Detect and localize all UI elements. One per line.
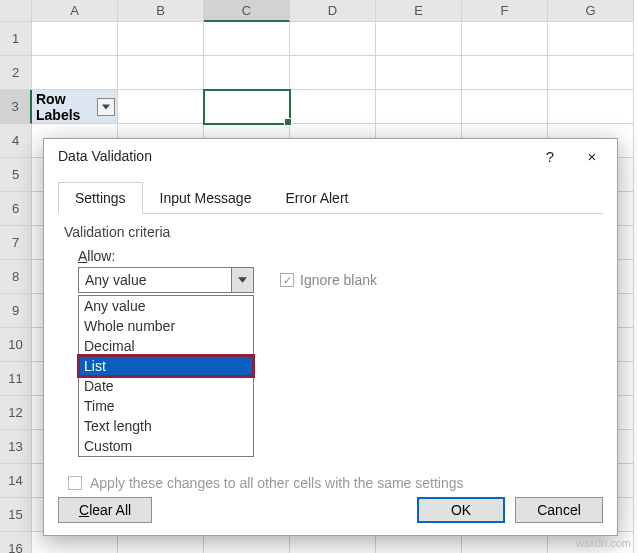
col-header-f[interactable]: F [462, 0, 548, 22]
row-header[interactable]: 4 [0, 124, 32, 158]
col-header-g[interactable]: G [548, 0, 634, 22]
pivot-filter-button[interactable] [97, 98, 115, 116]
pivot-row-labels-cell[interactable]: Row Labels [32, 90, 118, 124]
row-header[interactable]: 13 [0, 430, 32, 464]
option-decimal[interactable]: Decimal [79, 336, 253, 356]
ignore-blank-checkbox: ✓ Ignore blank [280, 272, 377, 288]
col-header-a[interactable]: A [32, 0, 118, 22]
row-header[interactable]: 2 [0, 56, 32, 90]
data-validation-dialog: Data Validation ? × Settings Input Messa… [43, 138, 618, 536]
close-icon: × [588, 148, 597, 165]
row-header[interactable]: 16 [0, 532, 32, 553]
cell[interactable] [376, 22, 462, 56]
select-all-corner[interactable] [0, 0, 32, 22]
settings-panel: Validation criteria Allow: Any value ✓ I… [44, 214, 617, 491]
tab-error-alert[interactable]: Error Alert [268, 182, 365, 214]
tab-settings[interactable]: Settings [58, 182, 143, 214]
cancel-button[interactable]: Cancel [515, 497, 603, 523]
cell[interactable] [118, 22, 204, 56]
cell[interactable] [32, 56, 118, 90]
row-header[interactable]: 1 [0, 22, 32, 56]
active-cell[interactable] [204, 90, 290, 124]
allow-dropdown-list[interactable]: Any value Whole number Decimal List Date… [78, 295, 254, 457]
row-header[interactable]: 8 [0, 260, 32, 294]
row-header[interactable]: 15 [0, 498, 32, 532]
help-button[interactable]: ? [529, 142, 571, 170]
cell[interactable] [290, 90, 376, 124]
option-custom[interactable]: Custom [79, 436, 253, 456]
apply-all-checkbox: Apply these changes to all other cells w… [68, 475, 597, 491]
row-header[interactable]: 11 [0, 362, 32, 396]
cell[interactable] [118, 56, 204, 90]
option-time[interactable]: Time [79, 396, 253, 416]
cell[interactable] [32, 22, 118, 56]
dialog-tabs: Settings Input Message Error Alert [58, 181, 603, 214]
option-text-length[interactable]: Text length [79, 416, 253, 436]
allow-label: Allow: [78, 248, 597, 264]
cell[interactable] [204, 22, 290, 56]
cell[interactable] [290, 22, 376, 56]
dialog-title: Data Validation [58, 148, 529, 164]
cell[interactable] [204, 56, 290, 90]
cell[interactable] [548, 22, 634, 56]
cell[interactable] [548, 56, 634, 90]
row-header[interactable]: 7 [0, 226, 32, 260]
row-header[interactable]: 6 [0, 192, 32, 226]
checkbox-icon: ✓ [280, 273, 294, 287]
allow-combo-button[interactable] [231, 268, 253, 292]
row-header[interactable]: 14 [0, 464, 32, 498]
dialog-button-bar: Clear All OK Cancel [58, 497, 603, 523]
apply-all-label: Apply these changes to all other cells w… [90, 475, 464, 491]
clear-all-button[interactable]: Clear All [58, 497, 152, 523]
allow-combo-value: Any value [79, 272, 231, 288]
option-any-value[interactable]: Any value [79, 296, 253, 316]
validation-criteria-label: Validation criteria [64, 224, 597, 240]
row-header[interactable]: 5 [0, 158, 32, 192]
cell[interactable] [376, 90, 462, 124]
col-header-d[interactable]: D [290, 0, 376, 22]
col-header-c[interactable]: C [204, 0, 290, 22]
row-header[interactable]: 9 [0, 294, 32, 328]
allow-combo[interactable]: Any value [78, 267, 254, 293]
cell[interactable] [462, 90, 548, 124]
tab-input-message[interactable]: Input Message [143, 182, 269, 214]
row-header[interactable]: 3 [0, 90, 32, 124]
option-date[interactable]: Date [79, 376, 253, 396]
cell[interactable] [548, 90, 634, 124]
cell[interactable] [290, 56, 376, 90]
option-list[interactable]: List [79, 356, 253, 376]
option-whole-number[interactable]: Whole number [79, 316, 253, 336]
ok-button[interactable]: OK [417, 497, 505, 523]
cell[interactable] [462, 22, 548, 56]
cell[interactable] [462, 56, 548, 90]
watermark: wsxdn.com [576, 537, 631, 549]
checkbox-icon [68, 476, 82, 490]
row-header[interactable]: 12 [0, 396, 32, 430]
col-header-b[interactable]: B [118, 0, 204, 22]
row-header[interactable]: 10 [0, 328, 32, 362]
ignore-blank-label: Ignore blank [300, 272, 377, 288]
cell[interactable] [376, 56, 462, 90]
close-button[interactable]: × [571, 142, 613, 170]
cell[interactable] [118, 90, 204, 124]
col-header-e[interactable]: E [376, 0, 462, 22]
dialog-titlebar[interactable]: Data Validation ? × [44, 139, 617, 173]
column-headers: A B C D E F G [0, 0, 637, 22]
